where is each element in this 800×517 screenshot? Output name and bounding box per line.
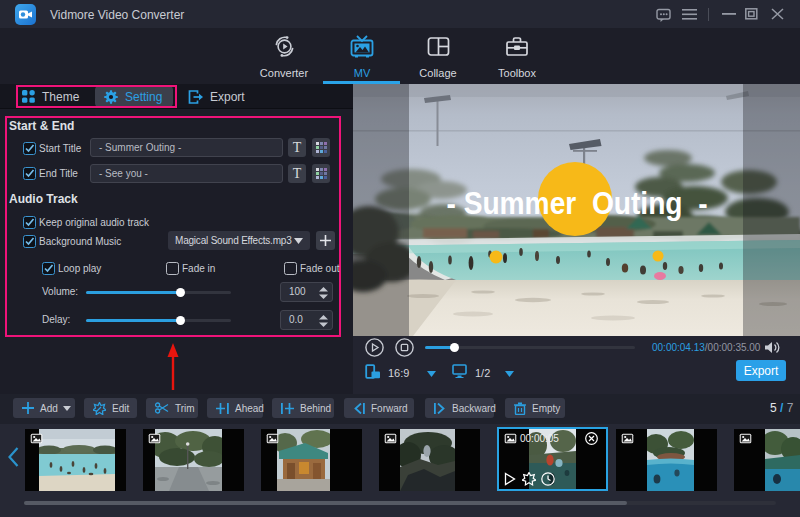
svg-text:- Summer Outing -: - Summer Outing - [446,185,707,220]
